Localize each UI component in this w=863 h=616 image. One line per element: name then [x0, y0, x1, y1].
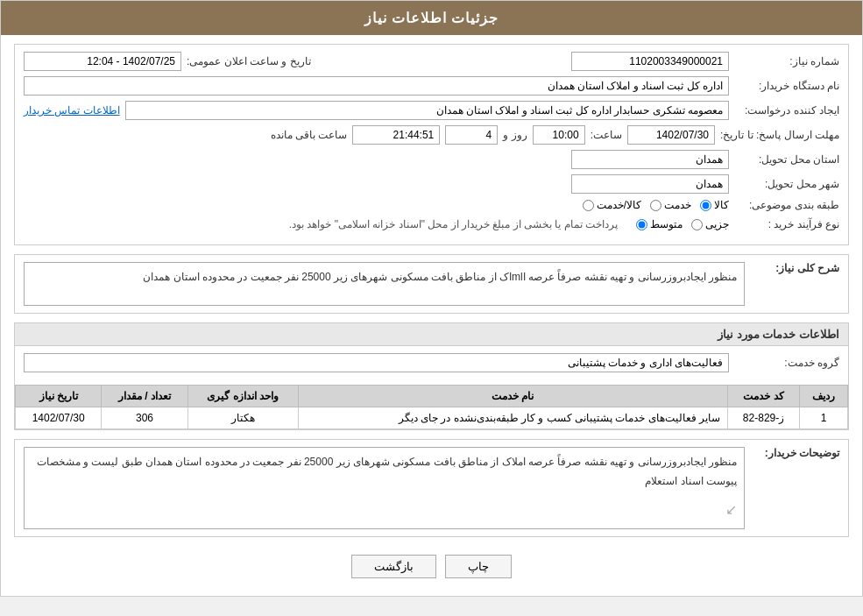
- need-desc-label: شرح کلی نیاز:: [752, 262, 839, 274]
- province-row: استان محل تحویل: همدان: [24, 150, 839, 169]
- service-group-row: گروه خدمت: فعالیت‌های اداری و خدمات پشتی…: [24, 353, 839, 372]
- category-kala-khadamat-label: کالا/خدمت: [597, 199, 641, 211]
- deadline-remaining-label: ساعت باقی مانده: [271, 129, 348, 141]
- announcement-datetime-label: تاریخ و ساعت اعلان عمومی:: [187, 55, 311, 67]
- city-value: همدان: [571, 174, 729, 194]
- category-kala-khadamat-radio[interactable]: [583, 200, 594, 211]
- buyer-org-row: نام دستگاه خریدار: اداره کل ثبت اسناد و …: [24, 76, 839, 96]
- print-button[interactable]: چاپ: [445, 555, 512, 578]
- service-group-label: گروه خدمت:: [734, 357, 839, 369]
- table-cell-5: 1402/07/30: [16, 407, 102, 429]
- deadline-time-label: ساعت:: [591, 129, 622, 141]
- purchase-motovaset-item[interactable]: متوسط: [636, 218, 683, 230]
- buyer-desc-text: منظور ایجادبروزرسانی و تهیه نقشه صرفاً ع…: [32, 453, 737, 491]
- table-row: 1ز-829-82سایر فعالیت‌های خدمات پشتیبانی …: [16, 407, 848, 429]
- buyer-desc-content: منظور ایجادبروزرسانی و تهیه نقشه صرفاً ع…: [24, 447, 745, 529]
- category-khadamat-item[interactable]: خدمت: [650, 199, 691, 211]
- category-label: طبقه بندی موضوعی:: [734, 199, 839, 211]
- services-table: ردیفکد خدمتنام خدمتواحد اندازه گیریتعداد…: [15, 385, 848, 429]
- deadline-days-label: روز و: [503, 129, 527, 141]
- page-header: جزئیات اطلاعات نیاز: [1, 1, 862, 35]
- back-button[interactable]: بازگشت: [351, 555, 436, 578]
- deadline-row: مهلت ارسال پاسخ: تا تاریخ: 1402/07/30 سا…: [24, 125, 839, 145]
- purchase-jozi-label: جزیی: [705, 218, 729, 230]
- col-5: تاریخ نیاز: [16, 386, 102, 407]
- deadline-time: 10:00: [533, 125, 585, 145]
- creator-row: ایجاد کننده درخواست: معصومه تشکری حسابدا…: [24, 101, 839, 120]
- category-kala-item[interactable]: کالا: [700, 199, 729, 211]
- need-number-value: 1102003349000021: [571, 52, 729, 71]
- service-group-value: فعالیت‌های اداری و خدمات پشتیبانی: [24, 353, 729, 372]
- purchase-type-row: نوع فرآیند خرید : متوسط جزیی پرداخت تمام…: [24, 216, 839, 232]
- announcement-datetime-value: 1402/07/25 - 12:04: [24, 52, 181, 71]
- need-description-section: شرح کلی نیاز: منظور ایجادبروزرسانی و تهی…: [14, 254, 849, 314]
- category-kala-label: کالا: [714, 199, 729, 211]
- province-value: همدان: [571, 150, 729, 169]
- need-desc-value: منظور ایجادبروزرسانی و تهیه نقشه صرفاً ع…: [24, 262, 745, 306]
- purchase-type-radio-group: متوسط جزیی: [636, 218, 729, 230]
- general-info-section: شماره نیاز: 1102003349000021 تاریخ و ساع…: [14, 44, 849, 245]
- contact-link[interactable]: اطلاعات تماس خریدار: [24, 104, 120, 117]
- purchase-motovaset-radio[interactable]: [636, 219, 647, 230]
- table-cell-4: 306: [102, 407, 187, 429]
- purchase-type-label: نوع فرآیند خرید :: [734, 218, 839, 230]
- category-kala-khadamat-item[interactable]: کالا/خدمت: [583, 199, 641, 211]
- city-label: شهر محل تحویل:: [734, 178, 839, 190]
- table-cell-2: سایر فعالیت‌های خدمات پشتیبانی کسب و کار…: [298, 407, 727, 429]
- services-section-title: اطلاعات خدمات مورد نیاز: [15, 323, 848, 346]
- buyer-desc-section: توضیحات خریدار: منظور ایجادبروزرسانی و ت…: [14, 439, 849, 537]
- deadline-days: 4: [445, 125, 498, 145]
- purchase-motovaset-label: متوسط: [650, 218, 683, 230]
- services-section: اطلاعات خدمات مورد نیاز گروه خدمت: فعالی…: [14, 322, 849, 430]
- col-2: نام خدمت: [298, 386, 727, 407]
- category-khadamat-label: خدمت: [664, 199, 691, 211]
- buyer-org-value: اداره کل ثبت اسناد و املاک استان همدان: [24, 76, 729, 96]
- province-label: استان محل تحویل:: [734, 153, 839, 166]
- category-khadamat-radio[interactable]: [650, 200, 661, 211]
- need-number-label: شماره نیاز:: [734, 55, 839, 67]
- table-cell-0: 1: [800, 407, 848, 429]
- creator-value: معصومه تشکری حسابدار اداره کل ثبت اسناد …: [125, 101, 729, 120]
- category-row: طبقه بندی موضوعی: کالا/خدمت خدمت کالا: [24, 199, 839, 211]
- col-3: واحد اندازه گیری: [187, 386, 298, 407]
- category-radio-group: کالا/خدمت خدمت کالا: [583, 199, 729, 211]
- page-title: جزئیات اطلاعات نیاز: [364, 11, 499, 25]
- buyer-org-label: نام دستگاه خریدار:: [734, 80, 839, 92]
- col-0: ردیف: [800, 386, 848, 407]
- deadline-remaining: 21:44:51: [352, 125, 440, 145]
- category-kala-radio[interactable]: [700, 200, 711, 211]
- table-cell-3: هکتار: [187, 407, 298, 429]
- table-cell-1: ز-829-82: [727, 407, 799, 429]
- need-number-row: شماره نیاز: 1102003349000021 تاریخ و ساع…: [24, 52, 839, 71]
- col-1: کد خدمت: [727, 386, 799, 407]
- purchase-jozi-item[interactable]: جزیی: [691, 218, 729, 230]
- purchase-jozi-radio[interactable]: [691, 219, 703, 230]
- purchase-notice: پرداخت تمام یا بخشی از مبلغ خریدار از مح…: [289, 216, 618, 232]
- deadline-label: مهلت ارسال پاسخ: تا تاریخ:: [720, 129, 839, 141]
- col-4: تعداد / مقدار: [102, 386, 187, 407]
- city-row: شهر محل تحویل: همدان: [24, 174, 839, 194]
- creator-label: ایجاد کننده درخواست:: [734, 104, 839, 117]
- deadline-date: 1402/07/30: [627, 125, 715, 145]
- buyer-desc-label: توضیحات خریدار:: [752, 447, 839, 459]
- buttons-row: بازگشت چاپ: [14, 546, 849, 587]
